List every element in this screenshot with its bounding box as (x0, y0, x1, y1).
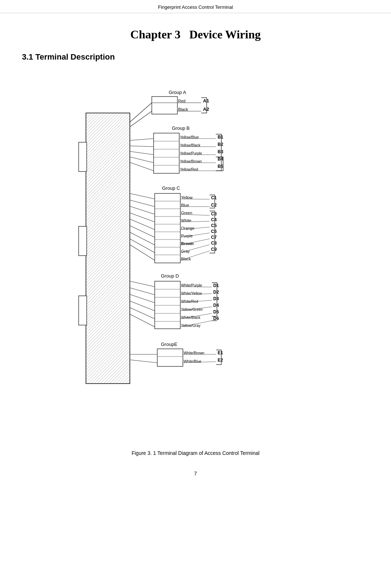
terminal-b1: B1 (218, 135, 223, 140)
svg-line-45 (130, 200, 155, 207)
terminal-d3: D3 (213, 296, 219, 301)
chapter-heading: Device Wiring (189, 28, 260, 41)
svg-rect-4 (79, 296, 87, 325)
terminal-d1: D1 (213, 283, 219, 288)
terminal-d5: D5 (213, 309, 219, 314)
group-a-label: Group A (169, 90, 186, 95)
svg-line-77 (130, 360, 157, 363)
svg-line-52 (130, 245, 155, 260)
svg-rect-11 (154, 133, 179, 173)
svg-rect-53 (155, 281, 180, 329)
svg-rect-26 (155, 193, 180, 263)
terminal-d2: D2 (213, 290, 219, 295)
svg-rect-72 (157, 349, 183, 366)
terminal-b2: B2 (218, 142, 223, 147)
section-title: 3.1 Terminal Description (22, 52, 391, 62)
group-e-label: GroupE (161, 342, 177, 347)
terminal-b3: B3 (218, 149, 223, 154)
terminal-a1: A1 (203, 98, 209, 103)
terminal-c6: C6 (211, 229, 217, 234)
svg-line-25 (130, 162, 154, 171)
svg-rect-3 (79, 226, 87, 256)
wire-a-red: Red (178, 99, 185, 103)
wire-a-black: Black (178, 107, 188, 112)
group-c-label: Group C (162, 185, 180, 191)
svg-line-24 (130, 157, 154, 163)
svg-rect-1 (86, 113, 130, 384)
header-title: Fingerprint Access Control Terminal (158, 4, 233, 10)
svg-line-51 (130, 239, 155, 253)
terminal-d4: D4 (213, 303, 219, 308)
svg-rect-5 (152, 97, 177, 114)
terminal-c2: C2 (211, 203, 217, 208)
chapter-title: Chapter 3 Device Wiring (0, 28, 391, 41)
section-label: 3.1 Terminal Description (22, 52, 115, 61)
svg-line-46 (130, 206, 155, 214)
svg-line-49 (130, 226, 155, 237)
svg-line-21 (130, 139, 154, 140)
svg-line-42 (180, 245, 210, 253)
terminal-e1: E1 (218, 350, 223, 355)
wire-c5: Orange (181, 226, 195, 230)
svg-line-44 (130, 193, 155, 199)
wire-d4: Yellow/Green (181, 308, 203, 312)
svg-line-67 (130, 288, 155, 295)
terminal-c8: C8 (211, 241, 217, 246)
terminal-c4: C4 (211, 217, 217, 222)
group-b-label: Group B (172, 125, 189, 131)
terminal-c3: C3 (211, 211, 217, 216)
terminal-a2: A2 (203, 106, 209, 112)
group-d-label: Group D (161, 273, 179, 279)
terminal-c9: C9 (211, 247, 217, 252)
page-header: Fingerprint Access Control Terminal (0, 0, 391, 13)
svg-rect-2 (79, 142, 87, 172)
terminal-b5: B5 (218, 164, 223, 169)
svg-line-23 (130, 151, 154, 155)
wire-d5: White/Black (181, 316, 201, 320)
terminal-diagram: Group A Red Black A1 A2 Group B (64, 69, 327, 444)
wire-d2: White/Yellow (181, 291, 202, 295)
svg-line-50 (130, 232, 155, 245)
svg-line-71 (130, 314, 155, 327)
svg-line-66 (130, 281, 155, 287)
terminal-d6: D6 (213, 316, 219, 321)
terminal-e2: E2 (218, 358, 223, 363)
svg-line-68 (130, 294, 155, 303)
page-number: 7 (0, 471, 391, 476)
chapter-label: Chapter 3 (130, 28, 180, 41)
wire-d6: Yellow/Gray (181, 324, 200, 328)
terminal-b4: B4 (218, 157, 223, 162)
figure-caption: Figure 3. 1 Terminal Diagram of Access C… (132, 450, 260, 456)
svg-line-22 (130, 146, 154, 147)
wire-e2: White/Blue (184, 359, 202, 363)
diagram-area: Group A Red Black A1 A2 Group B (0, 69, 391, 463)
terminal-c5: C5 (211, 223, 217, 228)
terminal-c7: C7 (211, 235, 217, 240)
terminal-c1: C1 (211, 195, 217, 200)
